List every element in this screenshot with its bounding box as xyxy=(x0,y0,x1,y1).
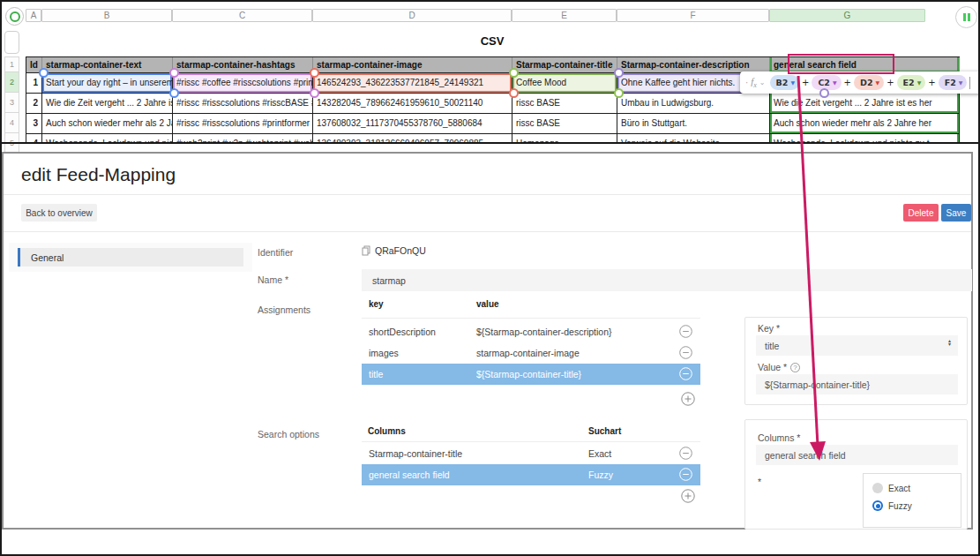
key-label: Key * xyxy=(758,323,780,334)
cell-search-row3[interactable]: Auch schon wieder mehr als 2 Jahre her xyxy=(770,114,960,134)
column-header-text[interactable]: starmap-container-text xyxy=(42,57,173,73)
remove-row-button[interactable] xyxy=(679,325,692,338)
table-row[interactable]: Starmap-container-titleExact xyxy=(362,443,700,464)
formula-token-E2[interactable]: E2▼ xyxy=(897,75,926,90)
selection-handle-icon[interactable] xyxy=(509,88,519,98)
divider xyxy=(362,441,700,442)
cell-text-row1[interactable]: Start your day right – in unserem R xyxy=(42,73,173,94)
section-divider xyxy=(2,142,980,144)
save-button[interactable]: Save xyxy=(941,204,971,222)
remove-row-button[interactable] xyxy=(679,468,692,481)
table-row[interactable]: title${Starmap-container-title} xyxy=(362,364,700,385)
row-number-3[interactable]: 3 xyxy=(4,93,19,113)
assignments-value-header: value xyxy=(476,299,499,309)
column-header-hashtags[interactable]: starmap-container-hashtags xyxy=(173,57,313,73)
assignments-label: Assignments xyxy=(258,304,310,315)
suchart-label: * xyxy=(758,477,761,487)
cell-title-row2[interactable]: rissc BASE xyxy=(512,94,617,114)
column-letter-B[interactable]: B xyxy=(41,9,172,22)
column-letter-A[interactable]: A xyxy=(26,9,41,22)
chevron-down-icon[interactable]: ⌄ xyxy=(759,79,766,86)
selection-handle-icon[interactable] xyxy=(169,68,179,78)
cell-description-row2[interactable]: Umbau in Ludwigsburg. xyxy=(617,94,770,114)
formula-operator: + xyxy=(886,78,894,87)
help-icon[interactable]: ? xyxy=(790,363,800,372)
search-detail-card: Columns * general search field * ExactFu… xyxy=(744,419,968,530)
feed-mapping-panel: edit Feed-Mapping Back to overview Delet… xyxy=(2,152,973,530)
cell-text-row3[interactable]: Auch schon wieder mehr als 2 Jah xyxy=(42,114,173,134)
name-field[interactable]: starmap xyxy=(362,269,972,291)
column-actions-button[interactable] xyxy=(955,6,977,28)
key-select[interactable]: title ▴▾ xyxy=(756,335,958,356)
add-search-option-button[interactable] xyxy=(681,489,695,503)
column-letter-F[interactable]: F xyxy=(617,9,769,22)
delete-button[interactable]: Delete xyxy=(903,204,939,222)
cell-hashtags-row1[interactable]: #rissc #coffee #risscsolutions #printfo xyxy=(173,73,313,94)
column-letter-C[interactable]: C xyxy=(172,9,312,22)
table-handle-icon[interactable] xyxy=(5,7,24,26)
token-dropdown-icon[interactable]: ▼ xyxy=(917,80,922,86)
column-header-title[interactable]: Starmap-container-title xyxy=(512,57,617,73)
name-label: Name * xyxy=(258,274,288,285)
add-assignment-button[interactable] xyxy=(681,392,695,406)
radio-icon[interactable] xyxy=(872,500,883,511)
columns-field[interactable]: general search field xyxy=(756,445,958,465)
remove-row-button[interactable] xyxy=(679,447,692,460)
row-number-2[interactable]: 2 xyxy=(4,72,19,93)
columns-label: Columns * xyxy=(758,432,800,443)
cell-id-row3[interactable]: 3 xyxy=(26,114,42,134)
cell-image-row2[interactable]: 143282045_789662461959610_50021140 xyxy=(313,94,512,114)
token-dropdown-icon[interactable]: ▼ xyxy=(790,80,795,86)
token-dropdown-icon[interactable]: ▼ xyxy=(959,80,963,86)
row-number-1[interactable]: 1 xyxy=(4,56,19,72)
cell-search-row2[interactable]: Wie die Zeit vergeht ... 2 Jahre ist es … xyxy=(770,94,960,114)
remove-row-button[interactable] xyxy=(679,346,692,359)
selection-handle-icon[interactable] xyxy=(614,88,624,98)
table-row[interactable]: general search fieldFuzzy xyxy=(362,464,700,485)
formula-token-C2[interactable]: C2▼ xyxy=(812,75,841,90)
formula-token-B2[interactable]: B2▼ xyxy=(770,75,799,90)
formula-token-F2[interactable]: F2▼ xyxy=(939,75,968,90)
assignment-detail-card: Key * title ▴▾ Value * ? ${Starmap-conta… xyxy=(744,317,968,405)
formula-editor[interactable]: · fx ⌄ B2▼+C2▼+D2▼+E2▼+F2▼ xyxy=(740,71,980,94)
radio-option-fuzzy[interactable]: Fuzzy xyxy=(872,500,912,511)
cell-title-row1[interactable]: Coffee Mood xyxy=(512,73,617,94)
cell-id-row2[interactable]: 2 xyxy=(26,94,42,114)
radio-icon[interactable] xyxy=(872,483,883,493)
value-field[interactable]: ${Starmap-container-title} xyxy=(756,374,958,394)
formula-token-D2[interactable]: D2▼ xyxy=(854,75,884,90)
back-to-overview-button[interactable]: Back to overview xyxy=(21,204,97,222)
select-arrows-icon: ▴▾ xyxy=(948,339,951,346)
selection-handle-icon[interactable] xyxy=(310,68,319,78)
table-row[interactable]: shortDescription${Starmap-container-desc… xyxy=(362,321,700,342)
table-row[interactable]: imagesstarmap-container-image xyxy=(362,342,700,364)
column-letter-G[interactable]: G xyxy=(769,9,925,22)
cell-title-row3[interactable]: rissc BASE xyxy=(512,114,617,134)
token-dropdown-icon[interactable]: ▼ xyxy=(833,80,837,86)
selection-handle-icon[interactable] xyxy=(819,88,829,98)
token-dropdown-icon[interactable]: ▼ xyxy=(876,80,880,86)
column-letter-D[interactable]: D xyxy=(312,9,512,22)
identifier-value: QRaFOnQU xyxy=(362,245,426,256)
radio-option-exact[interactable]: Exact xyxy=(872,483,910,493)
sidebar-item-general[interactable]: General xyxy=(18,248,243,267)
remove-row-button[interactable] xyxy=(679,367,692,380)
copy-icon[interactable] xyxy=(362,245,370,256)
selection-handle-icon[interactable] xyxy=(169,88,179,98)
cell-hashtags-row3[interactable]: #rissc #risscsolutions #printformer #p xyxy=(173,114,313,134)
cell-image-row3[interactable]: 137608032_1117370455378760_5880684 xyxy=(313,114,512,134)
selection-handle-icon[interactable] xyxy=(509,68,519,78)
row-number-4[interactable]: 4 xyxy=(4,113,19,133)
cell-image-row1[interactable]: 146524293_436223537721845_24149321 xyxy=(313,73,512,94)
selection-handle-icon[interactable] xyxy=(39,68,49,78)
cell-hashtags-row2[interactable]: #rissc #risscsolutions #risscBASE #lu xyxy=(173,94,313,114)
cell-description-row3[interactable]: Büro in Stuttgart. xyxy=(617,114,770,134)
column-header-image[interactable]: starmap-container-image xyxy=(313,57,512,73)
cell-text-row2[interactable]: Wie die Zeit vergeht ... 2 Jahre ist xyxy=(42,94,173,114)
selection-handle-icon[interactable] xyxy=(614,68,624,78)
divider xyxy=(4,231,971,232)
selection-handle-icon[interactable] xyxy=(310,88,319,98)
search-columns-header: Columns xyxy=(368,426,406,436)
column-letter-E[interactable]: E xyxy=(512,9,617,22)
divider xyxy=(362,318,700,319)
